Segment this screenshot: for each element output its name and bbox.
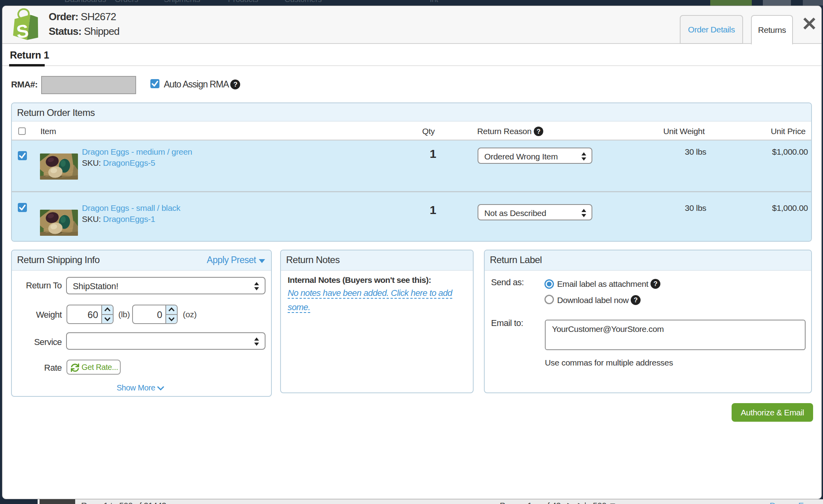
- svg-text:?: ?: [634, 296, 638, 304]
- svg-text:?: ?: [654, 280, 658, 288]
- svg-text:?: ?: [537, 128, 540, 135]
- svg-text:S: S: [15, 21, 30, 41]
- svg-text:?: ?: [233, 81, 237, 88]
